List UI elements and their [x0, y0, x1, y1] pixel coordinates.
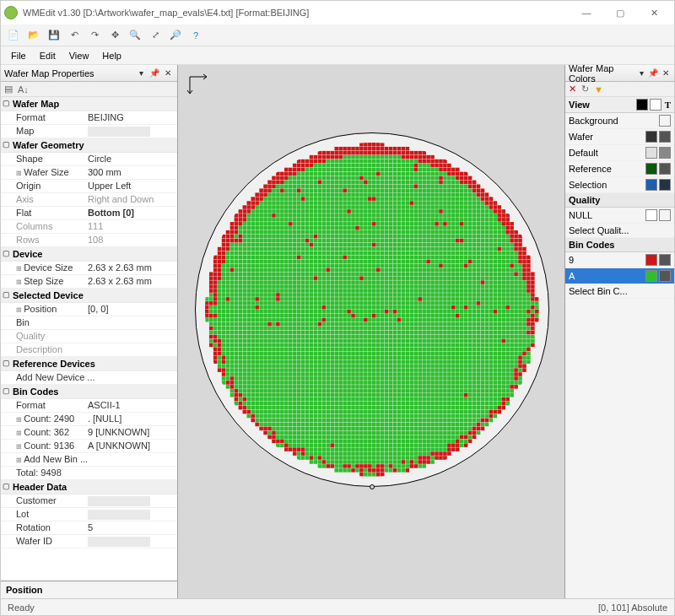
view-swatch-black[interactable]	[636, 99, 648, 111]
color-wafer[interactable]: Wafer	[565, 129, 674, 145]
window-title: WMEdit v1.30 [D:\Artwork\wafer_map_evals…	[23, 8, 570, 18]
text-mode-icon[interactable]: T	[665, 100, 671, 110]
colors-panel: Wafer Map Colors ▾ 📌 ✕ ✕ ↻ ▼ View T Back…	[564, 65, 674, 598]
panel-menu-icon[interactable]: ▾	[636, 68, 646, 79]
zoom-in-icon[interactable]: 🔍	[126, 26, 144, 45]
save-icon[interactable]: 💾	[45, 26, 63, 45]
menu-edit[interactable]: Edit	[33, 49, 62, 62]
property-description: Position	[1, 581, 177, 598]
colors-toolbar: ✕ ↻ ▼	[565, 82, 674, 97]
cat-quality: Quality	[565, 193, 674, 208]
toolbar: 📄 📂 💾 ↶ ↷ ✥ 🔍 ⤢ 🔎 ?	[1, 24, 674, 46]
colors-header[interactable]: Wafer Map Colors ▾ 📌 ✕	[565, 65, 674, 82]
cat-device[interactable]: Device	[1, 247, 177, 262]
help-icon[interactable]: ?	[186, 26, 205, 45]
select-quality[interactable]: Select Qualit...	[565, 224, 674, 238]
move-icon[interactable]: ✥	[105, 26, 124, 45]
panel-close-icon[interactable]: ✕	[162, 68, 174, 79]
delete-icon[interactable]: ✕	[569, 84, 576, 95]
new-icon[interactable]: 📄	[4, 26, 23, 45]
view-row: View T	[565, 97, 674, 113]
pin-icon[interactable]: 📌	[148, 68, 160, 79]
menu-view[interactable]: View	[62, 49, 96, 62]
bin-9[interactable]: 9	[565, 252, 674, 268]
close-button[interactable]: ✕	[637, 2, 671, 24]
sort-icon[interactable]: A↓	[18, 84, 29, 95]
wafer-canvas[interactable]	[178, 65, 564, 598]
color-null[interactable]: NULL	[565, 208, 674, 224]
pin-icon[interactable]: 📌	[648, 68, 658, 79]
view-swatch-white[interactable]	[650, 99, 662, 111]
menu-bar: File Edit View Help	[1, 46, 674, 65]
cat-header[interactable]: Header Data	[1, 480, 177, 494]
title-bar: WMEdit v1.30 [D:\Artwork\wafer_map_evals…	[1, 1, 674, 24]
minimize-button[interactable]: —	[570, 2, 603, 24]
menu-file[interactable]: File	[4, 49, 33, 62]
undo-icon[interactable]: ↶	[65, 26, 84, 45]
cat-geometry[interactable]: Wafer Geometry	[1, 138, 177, 153]
properties-header[interactable]: Wafer Map Properties ▾ 📌 ✕	[1, 65, 177, 82]
color-selection[interactable]: Selection	[565, 177, 674, 193]
zoom-out-icon[interactable]: 🔎	[166, 26, 185, 45]
color-background[interactable]: Background	[565, 113, 674, 129]
properties-toolbar: ▤ A↓	[1, 82, 177, 97]
cat-selected[interactable]: Selected Device	[1, 289, 177, 303]
categorize-icon[interactable]: ▤	[4, 84, 13, 95]
status-ready: Ready	[8, 602, 35, 613]
bin-A[interactable]: A	[565, 268, 674, 284]
property-grid[interactable]: Wafer Map FormatBEIJING Map Wafer Geomet…	[1, 97, 177, 581]
menu-help[interactable]: Help	[95, 49, 128, 62]
cat-reference[interactable]: Reference Devices	[1, 357, 177, 371]
filter-icon[interactable]: ▼	[594, 84, 603, 95]
cat-bincodes-colors: Bin Codes	[565, 238, 674, 252]
cat-bincodes[interactable]: Bin Codes	[1, 385, 177, 399]
panel-close-icon[interactable]: ✕	[661, 68, 671, 79]
orientation-axes-icon	[186, 73, 210, 97]
open-icon[interactable]: 📂	[24, 26, 43, 45]
properties-panel: Wafer Map Properties ▾ 📌 ✕ ▤ A↓ Wafer Ma…	[1, 65, 178, 598]
redo-icon[interactable]: ↷	[85, 26, 104, 45]
cat-wafermap[interactable]: Wafer Map	[1, 97, 177, 111]
maximize-button[interactable]: ▢	[603, 2, 637, 24]
select-bincode[interactable]: Select Bin C...	[565, 284, 674, 299]
color-default[interactable]: Default	[565, 145, 674, 161]
color-reference[interactable]: Reference	[565, 161, 674, 177]
flat-notch-icon	[370, 484, 375, 489]
refresh-icon[interactable]: ↻	[581, 84, 589, 95]
app-icon	[4, 6, 18, 19]
zoom-fit-icon[interactable]: ⤢	[146, 26, 165, 45]
wafer-map[interactable]	[195, 132, 549, 487]
status-position: [0, 101] Absolute	[598, 602, 667, 613]
panel-menu-icon[interactable]: ▾	[135, 68, 147, 79]
status-bar: Ready [0, 101] Absolute	[1, 598, 674, 615]
